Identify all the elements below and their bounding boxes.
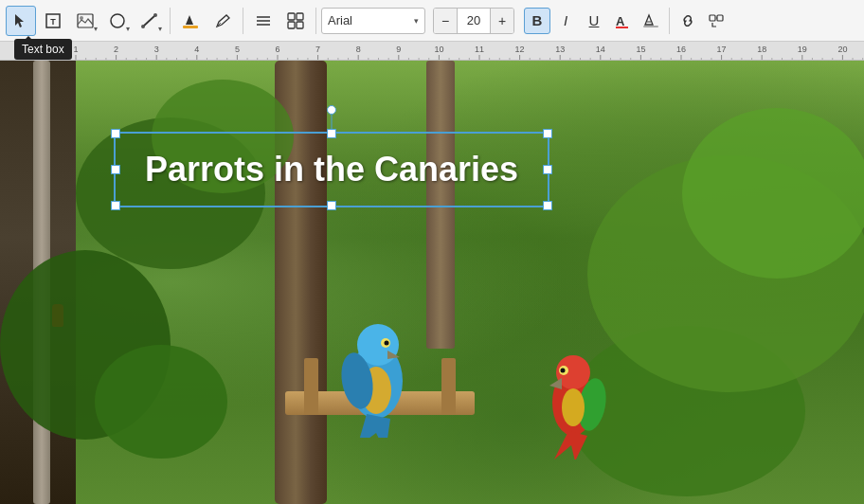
ruler [0, 42, 864, 61]
svg-point-34 [562, 388, 585, 426]
handle-top-center[interactable] [327, 129, 336, 138]
handle-middle-left[interactable] [111, 165, 120, 174]
ruler-canvas [57, 42, 864, 60]
svg-rect-19 [616, 27, 628, 28]
select-tool[interactable] [6, 6, 36, 36]
foliage-6 [682, 108, 864, 279]
handle-bottom-left[interactable] [111, 201, 120, 210]
blue-parrot [329, 296, 423, 438]
ruler-corner [0, 42, 57, 60]
svg-rect-3 [78, 14, 93, 27]
svg-rect-15 [297, 13, 303, 20]
pen-tool[interactable] [207, 6, 238, 36]
font-size-increase[interactable]: + [491, 8, 513, 34]
svg-rect-20 [643, 26, 658, 27]
line-tool[interactable] [135, 6, 165, 36]
font-size-input[interactable] [457, 8, 491, 34]
svg-line-6 [143, 15, 155, 27]
svg-rect-22 [710, 15, 715, 21]
svg-point-7 [141, 25, 145, 28]
perch-leg-left [304, 358, 318, 415]
perch-leg-right [441, 358, 456, 415]
svg-point-36 [561, 369, 566, 373]
svg-rect-17 [297, 22, 303, 28]
font-size-group: − + [433, 8, 514, 34]
svg-rect-23 [717, 15, 723, 21]
svg-point-5 [111, 14, 124, 27]
shape-tool[interactable] [102, 6, 133, 36]
svg-point-30 [384, 340, 388, 345]
svg-point-8 [153, 13, 157, 17]
font-size-decrease[interactable]: − [434, 8, 457, 34]
toolbar: T [0, 0, 864, 42]
svg-rect-16 [288, 22, 295, 28]
font-selector[interactable]: Arial [321, 8, 425, 34]
handle-top-right[interactable] [543, 129, 552, 138]
bold-button[interactable]: B [524, 8, 550, 34]
text-box-text: Parrots in the Canaries [145, 150, 518, 189]
separator-3 [315, 8, 316, 34]
handle-middle-right[interactable] [543, 165, 552, 174]
special-button[interactable] [703, 8, 729, 34]
font-color-button[interactable]: A [609, 8, 636, 34]
svg-rect-9 [183, 26, 198, 28]
font-name: Arial [328, 13, 352, 27]
rotate-handle[interactable] [327, 105, 336, 115]
svg-rect-14 [288, 13, 295, 20]
separator-1 [170, 8, 171, 34]
canvas-area: Parrots in the Canaries [0, 61, 864, 504]
text-box[interactable]: Parrots in the Canaries [114, 132, 549, 207]
separator-2 [243, 8, 243, 34]
foliage-7 [95, 345, 227, 459]
handle-bottom-right[interactable] [543, 201, 552, 210]
underline-button[interactable]: U [581, 8, 607, 34]
italic-button[interactable]: I [552, 8, 579, 34]
image-tool[interactable] [70, 6, 100, 36]
ruler-marks [57, 42, 864, 60]
handle-bottom-center[interactable] [327, 201, 336, 210]
handle-top-left[interactable] [111, 129, 120, 138]
link-button[interactable] [675, 8, 701, 34]
textbox-tool[interactable]: T [38, 6, 68, 36]
red-parrot [535, 336, 611, 459]
svg-text:T: T [50, 17, 56, 27]
svg-text:A: A [616, 14, 625, 28]
arrange-tool[interactable] [248, 6, 279, 36]
separator-4 [669, 8, 670, 34]
more-tool[interactable] [280, 6, 311, 36]
highlight-button[interactable] [638, 8, 664, 34]
svg-marker-0 [15, 14, 24, 27]
fill-tool[interactable] [175, 6, 206, 36]
